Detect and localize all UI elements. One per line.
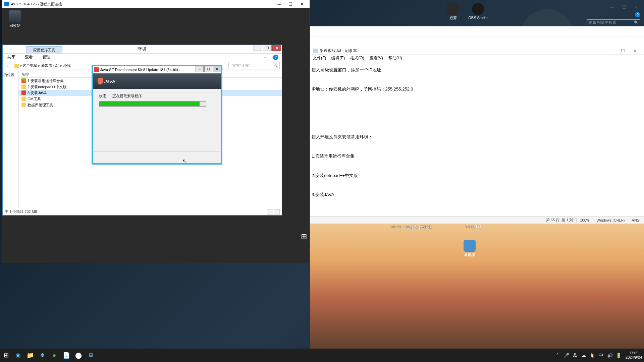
desktop-icon-obs[interactable]: OBS Studio [468, 3, 488, 20]
menu-format[interactable]: 格式(O) [347, 55, 367, 61]
java-title-text: Java SE Development Kit 8 Update 181 (64… [100, 68, 184, 72]
minimize-button[interactable]: ─ [605, 46, 617, 56]
desktop-icon-label: OBS Studio [468, 16, 488, 20]
file-name: 3.安装JAVA [28, 90, 47, 96]
obs-taskbar-icon[interactable]: ⬤ [72, 349, 85, 361]
taskbar-clock[interactable]: 17:09 2024/9/24 [626, 351, 642, 360]
java-footer [94, 151, 220, 162]
explorer-search[interactable]: 搜索"环境" 🔍 [231, 62, 280, 69]
chevron-down-icon[interactable]: ⌄ [259, 55, 271, 59]
ribbon-tab-apptools[interactable]: 应用程序工具 [26, 46, 62, 53]
file-name: GM工具 [28, 97, 41, 102]
minimize-button[interactable]: ─ [196, 66, 204, 72]
menu-view[interactable]: 查看 [20, 54, 38, 60]
status-zoom: 100% [576, 218, 593, 222]
desktop-icon-this-pc[interactable]: 此电脑 [460, 240, 480, 257]
edge-icon[interactable]: ◉ [12, 349, 24, 361]
tray-chevron-icon[interactable]: ^ [554, 352, 561, 359]
float-todesk[interactable]: ToDesk [391, 225, 403, 229]
java-icon [21, 90, 26, 95]
java-status-row: 状态: 正在提取安装程序 [99, 94, 215, 99]
java-cup-icon [98, 78, 103, 84]
desktop-icon-label: 此电脑 [460, 252, 480, 257]
recycle-bin-label: 回收站 [6, 23, 23, 28]
float-sunlogin[interactable]: 向日葵远程控制 [406, 225, 432, 230]
clock-date: 2024/9/24 [626, 355, 642, 360]
nav-up-icon[interactable]: ↑ [5, 63, 11, 69]
notepad-icon[interactable]: 📄 [60, 349, 72, 361]
explorer-nav-pane[interactable]: 的位置 [3, 71, 19, 208]
view-mode-icons [267, 209, 280, 215]
help-icon[interactable]: ? [273, 55, 278, 60]
progress-bar [99, 101, 206, 107]
desktop-icon-bijian[interactable]: 必剪 [443, 3, 463, 20]
bijian-icon [447, 3, 459, 15]
notepad-text-area[interactable]: 进入高级设置窗口，添加一个IP地址 IP地址：你云机的外网IP，子网掩码：255… [310, 63, 644, 216]
start-button[interactable]: ⊞ [0, 349, 12, 361]
menu-file[interactable]: 文件(F) [310, 55, 329, 61]
close-button[interactable]: ✕ [213, 66, 221, 72]
folder-icon [21, 103, 26, 107]
java-body: 状态: 正在提取安装程序 [93, 89, 221, 111]
notepad-search-row: 在 服务端 中搜索🔍 [577, 18, 644, 27]
tray-network-icon[interactable]: 🖧 [572, 352, 578, 359]
view-details-button[interactable] [267, 209, 273, 215]
host-taskbar: ⊞ ◉ 📁 ❄ ● 📄 ⬤ 🖥 ^ 🎤 🖧 ☁ 🐧 中 🔊 🔋 17:09 20… [0, 349, 644, 362]
search-placeholder: 搜索"环境" [232, 63, 250, 68]
java-titlebar[interactable]: Java SE Development Kit 8 Update 181 (64… [93, 66, 221, 73]
app-icon[interactable]: ❄ [36, 349, 48, 361]
recycle-bin[interactable]: 回收站 [6, 10, 23, 28]
help-icon[interactable]: ? [635, 12, 640, 17]
status-label: 状态: [99, 94, 112, 99]
menu-share[interactable]: 共享 [3, 54, 20, 60]
breadcrumb-sep: ▸ [60, 63, 62, 68]
close-button[interactable]: ✕ [272, 45, 281, 51]
nav-label: 的位置 [3, 72, 18, 77]
search-input[interactable]: 在 服务端 中搜索🔍 [587, 19, 640, 26]
menu-manage[interactable]: 管理 [38, 54, 55, 60]
tray-qq-icon[interactable]: 🐧 [589, 352, 596, 359]
wechat-icon[interactable]: ● [48, 349, 60, 361]
remote-desktop[interactable]: 回收站 应用程序工具 环境 ─ ☐ ✕ 共享 查看 管理 ⌄ ? [2, 8, 310, 263]
tray-mic-icon[interactable]: 🎤 [563, 352, 570, 359]
tray-onedrive-icon[interactable]: ☁ [580, 352, 587, 359]
menu-edit[interactable]: 编辑(E) [329, 55, 347, 61]
tray-ime-icon[interactable]: 中 [598, 352, 604, 359]
view-icons-button[interactable] [274, 209, 280, 215]
close-button[interactable]: ✕ [296, 0, 308, 8]
status-eol: Windows (CRLF) [593, 218, 628, 222]
folder-icon [14, 64, 19, 68]
maximize-button[interactable]: ☐ [263, 45, 272, 51]
breadcrumb-folder[interactable]: 环境 [63, 63, 71, 68]
explorer-icon[interactable]: 📁 [24, 349, 36, 361]
file-name: 数据库管理工具 [28, 103, 53, 108]
minimize-button[interactable]: ─ [273, 0, 285, 8]
maximize-button[interactable]: ☐ [617, 46, 629, 56]
tray-battery-icon[interactable]: 🔋 [615, 352, 622, 359]
menu-view[interactable]: 查看(V) [367, 55, 386, 61]
menu-help[interactable]: 帮助(H) [386, 55, 405, 61]
explorer-menu: 共享 查看 管理 ⌄ ? [3, 54, 282, 61]
status-text: 正在提取安装程序 [112, 94, 142, 99]
taskbar-left: ⊞ ◉ 📁 ❄ ● 📄 ⬤ 🖥 [0, 349, 97, 361]
rdp-window-controls: ─ ☐ ✕ [273, 0, 308, 8]
float-finalshell[interactable]: FinalShell [466, 225, 482, 229]
notepad-titlebar: ─ ☐ ✕ [310, 26, 644, 37]
java-logo-text: Java [104, 78, 115, 84]
breadcrumb-pc[interactable]: 这台电脑 [22, 63, 37, 68]
maximize-button[interactable]: ☐ [285, 0, 296, 8]
taskbar-right: ^ 🎤 🖧 ☁ 🐧 中 🔊 🔋 17:09 2024/9/24 [553, 351, 644, 360]
close-button[interactable]: ✕ [629, 46, 641, 56]
rdp-titlebar[interactable]: 49.235.184.126 - 远程桌面连接 ─ ☐ ✕ [2, 0, 310, 8]
minimize-button[interactable]: ─ [254, 45, 262, 51]
progress-fill [99, 102, 200, 106]
start-button-remote[interactable]: ⊞ [299, 232, 309, 241]
status-text: 中 1 个项目 202 MB [5, 209, 37, 214]
notepad-menu: 文件(F) 编辑(E) 格式(O) 查看(V) 帮助(H) [310, 55, 644, 62]
tray-volume-icon[interactable]: 🔊 [606, 352, 613, 359]
rdp-taskbar-icon[interactable]: 🖥 [85, 349, 97, 361]
breadcrumb-drive[interactable]: 新加卷 (D:) [41, 63, 59, 68]
maximize-button[interactable]: ☐ [204, 66, 212, 72]
recycle-bin-icon [9, 10, 21, 22]
search-icon: 🔍 [273, 63, 278, 68]
